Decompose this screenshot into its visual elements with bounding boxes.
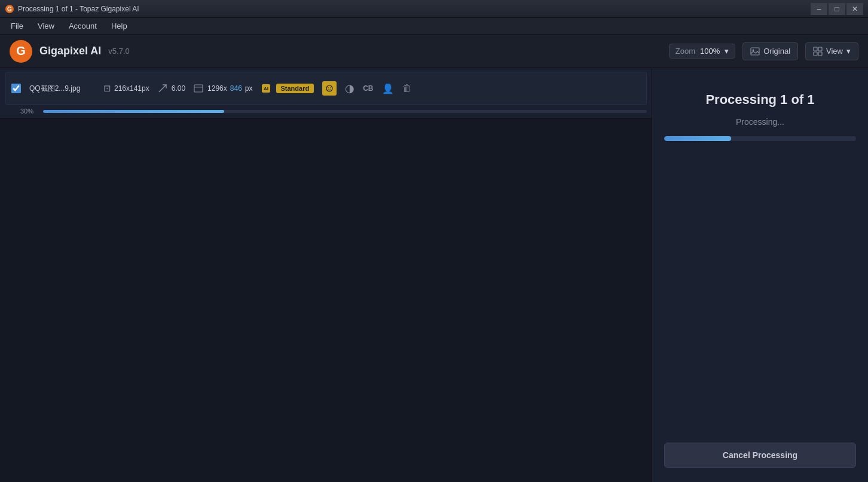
- app-header: G Gigapixel AI v5.7.0 Zoom 100% ▾ Origin…: [0, 35, 868, 68]
- canvas-area: [0, 119, 652, 482]
- svg-point-15: [328, 87, 329, 88]
- svg-rect-2: [751, 48, 759, 55]
- app-logo: G: [10, 40, 32, 63]
- scale-icon: [158, 84, 167, 93]
- output-size-meta: 1296x846px: [194, 84, 252, 93]
- titlebar-left: G Processing 1 of 1 - Topaz Gigapixel AI: [5, 4, 139, 14]
- svg-rect-5: [818, 47, 822, 51]
- titlebar-title: Processing 1 of 1 - Topaz Gigapixel AI: [18, 5, 139, 13]
- output-size-prefix: 1296x: [207, 84, 227, 93]
- image-checkbox[interactable]: [11, 84, 21, 93]
- menubar: File View Account Help: [0, 18, 868, 35]
- titlebar-controls: – □ ✕: [811, 3, 863, 15]
- face-enhancement-icon: [322, 81, 337, 96]
- svg-rect-6: [814, 52, 817, 56]
- processing-title: Processing 1 of 1: [664, 92, 856, 108]
- person-icon: 👤: [382, 83, 394, 94]
- original-label: Original: [763, 47, 790, 56]
- scale-meta: 6.00: [158, 84, 185, 93]
- processing-progress-fill: [664, 136, 731, 141]
- menu-view[interactable]: View: [32, 19, 60, 33]
- scale-value: 6.00: [172, 84, 185, 93]
- svg-point-3: [753, 49, 754, 51]
- menu-account[interactable]: Account: [63, 19, 103, 33]
- close-button[interactable]: ✕: [846, 3, 863, 15]
- cb-label: CB: [363, 84, 373, 93]
- processing-progress-background: [664, 136, 856, 141]
- tone-icon: ◑: [345, 82, 354, 95]
- model-meta: AI Standard: [261, 84, 314, 93]
- app-version: v5.7.0: [108, 47, 129, 56]
- svg-text:G: G: [7, 6, 12, 13]
- svg-line-8: [159, 85, 166, 92]
- app-name: Gigapixel AI: [39, 45, 101, 57]
- progress-bar-background: [43, 110, 647, 113]
- cancel-processing-button[interactable]: Cancel Processing: [664, 443, 856, 468]
- model-badge: Standard: [276, 84, 314, 93]
- image-row: QQ截图2...9.jpg ⊡ 216x141px 6.00: [5, 72, 647, 105]
- output-icon: [194, 84, 203, 93]
- svg-point-16: [330, 87, 331, 88]
- delete-icon[interactable]: 🗑: [402, 83, 412, 94]
- progress-bar-fill: [43, 110, 224, 113]
- left-panel: QQ截图2...9.jpg ⊡ 216x141px 6.00: [0, 68, 652, 482]
- output-size-highlight: 846: [230, 84, 242, 93]
- zoom-dropdown-icon: ▾: [725, 47, 729, 56]
- zoom-value: 100%: [700, 47, 720, 56]
- image-icon: [750, 47, 760, 56]
- processing-status: Processing...: [664, 117, 856, 127]
- view-dropdown-icon: ▾: [846, 47, 851, 56]
- input-size-value: 216x141px: [114, 84, 149, 93]
- image-filename: QQ截图2...9.jpg: [29, 84, 95, 94]
- view-button[interactable]: View ▾: [805, 42, 858, 60]
- resize-icon: ⊡: [103, 83, 111, 94]
- svg-rect-9: [194, 85, 203, 92]
- svg-rect-4: [814, 47, 817, 51]
- progress-percent: 30%: [20, 108, 38, 115]
- image-list: QQ截图2...9.jpg ⊡ 216x141px 6.00: [0, 68, 652, 119]
- app-icon: G: [5, 4, 14, 14]
- model-icon: AI: [261, 84, 271, 93]
- output-size-suffix: px: [245, 84, 253, 93]
- image-progress-row: 30%: [5, 105, 647, 115]
- menu-file[interactable]: File: [5, 19, 29, 33]
- zoom-label: Zoom: [676, 47, 695, 56]
- svg-rect-7: [818, 52, 822, 56]
- view-label: View: [826, 47, 843, 56]
- maximize-button[interactable]: □: [829, 3, 845, 15]
- zoom-control[interactable]: Zoom 100% ▾: [669, 44, 735, 59]
- right-panel: Processing 1 of 1 Processing... Cancel P…: [652, 68, 868, 482]
- titlebar: G Processing 1 of 1 - Topaz Gigapixel AI…: [0, 0, 868, 18]
- main-content: QQ截图2...9.jpg ⊡ 216x141px 6.00: [0, 68, 868, 482]
- menu-help[interactable]: Help: [105, 19, 133, 33]
- input-size-meta: ⊡ 216x141px: [103, 83, 149, 94]
- minimize-button[interactable]: –: [811, 3, 827, 15]
- right-spacer: [664, 151, 856, 433]
- original-button[interactable]: Original: [742, 42, 798, 60]
- view-icon: [813, 47, 823, 56]
- svg-text:AI: AI: [264, 86, 268, 91]
